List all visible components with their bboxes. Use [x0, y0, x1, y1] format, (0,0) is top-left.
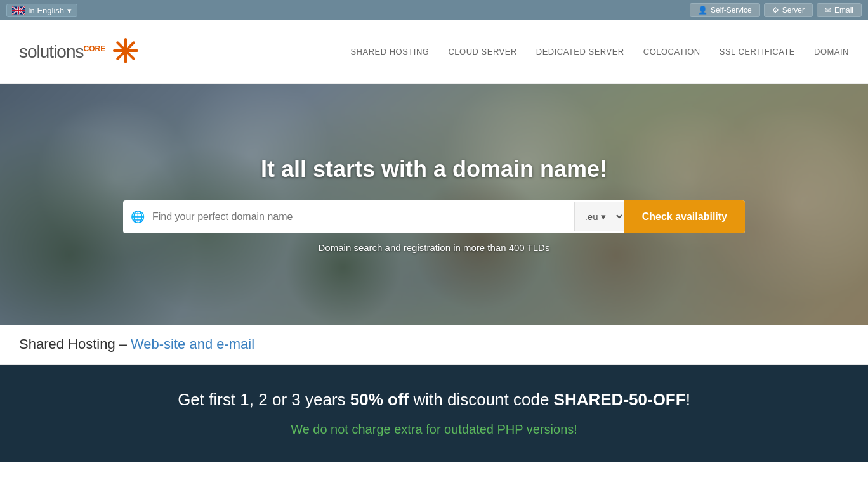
user-icon: 👤	[698, 6, 707, 15]
shared-hosting-header: Shared Hosting – Web-site and e-mail	[0, 325, 868, 365]
promo-main-text: Get first 1, 2 or 3 years 50% off with d…	[19, 390, 849, 410]
gear-icon: ⚙	[772, 6, 779, 15]
email-button[interactable]: ✉ Email	[817, 3, 862, 17]
logo-wordmark: solutionsCORE	[19, 42, 105, 62]
promo-bold2: SHARED-50-OFF	[554, 390, 686, 409]
nav-links: SHARED HOSTING CLOUD SERVER DEDICATED SE…	[350, 47, 849, 56]
self-service-button[interactable]: 👤 Self-Service	[690, 3, 760, 17]
shared-hosting-dash: –	[119, 336, 127, 353]
tld-selector[interactable]: .eu ▾ .com .net .org .de	[574, 202, 624, 231]
promo-sub-text: We do not charge extra for outdated PHP …	[19, 422, 849, 437]
hero-content: It all starts with a domain name! 🌐 .eu …	[0, 156, 868, 253]
promo-prefix: Get first 1, 2 or 3 years	[178, 390, 350, 409]
logo-core: CORE	[84, 44, 106, 53]
nav-shared-hosting[interactable]: SHARED HOSTING	[350, 47, 429, 56]
logo-star	[110, 36, 141, 68]
domain-search-input[interactable]	[152, 202, 574, 231]
email-label: Email	[834, 6, 853, 15]
email-icon: ✉	[825, 6, 831, 15]
nav-bar: solutionsCORE SHARED HOSTING CLOUD SERVE…	[0, 20, 868, 84]
logo-solutions: solutionsCORE	[19, 42, 105, 62]
promo-suffix: !	[686, 390, 690, 409]
hero-subtitle: Domain search and registration in more t…	[13, 242, 855, 253]
top-bar-left: In English ▾	[6, 4, 77, 17]
server-button[interactable]: ⚙ Server	[764, 3, 813, 17]
lang-arrow: ▾	[67, 6, 72, 15]
shared-hosting-title: Shared Hosting	[19, 336, 115, 353]
promo-middle: with discount code	[409, 390, 553, 409]
nav-cloud-server[interactable]: CLOUD SERVER	[448, 47, 516, 56]
nav-domain[interactable]: DOMAIN	[814, 47, 849, 56]
flag-icon	[12, 6, 25, 15]
nav-ssl-certificate[interactable]: SSL CERTIFICATE	[720, 47, 795, 56]
nav-dedicated-server[interactable]: DEDICATED SERVER	[536, 47, 624, 56]
globe-icon: 🌐	[123, 210, 152, 224]
promo-bold1: 50% off	[350, 390, 409, 409]
server-label: Server	[782, 6, 805, 15]
lang-label: In English	[28, 6, 64, 15]
top-bar-right: 👤 Self-Service ⚙ Server ✉ Email	[690, 3, 862, 17]
language-selector[interactable]: In English ▾	[6, 4, 77, 17]
hero-section: It all starts with a domain name! 🌐 .eu …	[0, 84, 868, 325]
logo[interactable]: solutionsCORE	[19, 36, 141, 68]
self-service-label: Self-Service	[711, 6, 752, 15]
top-bar: In English ▾ 👤 Self-Service ⚙ Server ✉ E…	[0, 0, 868, 20]
domain-search-bar: 🌐 .eu ▾ .com .net .org .de Check availab…	[123, 200, 745, 233]
hero-title: It all starts with a domain name!	[13, 156, 855, 183]
nav-colocation[interactable]: COLOCATION	[643, 47, 700, 56]
shared-hosting-link[interactable]: Web-site and e-mail	[131, 336, 254, 353]
check-availability-button[interactable]: Check availability	[624, 200, 745, 233]
promo-section: Get first 1, 2 or 3 years 50% off with d…	[0, 365, 868, 462]
